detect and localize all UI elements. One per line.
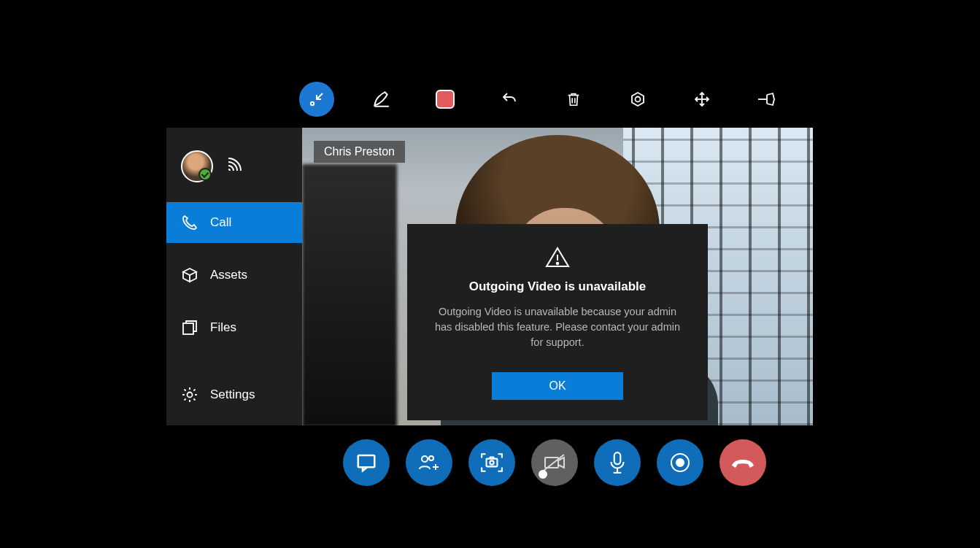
signal-icon[interactable] bbox=[226, 155, 245, 174]
svg-point-3 bbox=[188, 393, 193, 398]
svg-rect-2 bbox=[183, 323, 193, 334]
top-toolbar bbox=[299, 79, 825, 120]
svg-point-7 bbox=[422, 456, 428, 462]
files-icon bbox=[181, 319, 198, 336]
capture-button[interactable] bbox=[468, 439, 515, 486]
svg-point-8 bbox=[429, 456, 433, 460]
sidebar-item-files[interactable]: Files bbox=[166, 307, 302, 348]
svg-point-1 bbox=[636, 97, 641, 102]
ink-button[interactable] bbox=[363, 82, 398, 117]
svg-point-0 bbox=[311, 102, 314, 105]
sidebar-item-settings[interactable]: Settings bbox=[166, 374, 302, 415]
sidebar-item-label: Files bbox=[210, 320, 236, 335]
camera-frame-icon bbox=[480, 452, 503, 474]
sidebar: Call Assets Files bbox=[166, 128, 302, 425]
svg-rect-6 bbox=[358, 455, 375, 467]
dialog-ok-label: OK bbox=[549, 379, 566, 392]
chat-icon bbox=[355, 452, 377, 474]
ink-icon bbox=[371, 90, 390, 109]
svg-rect-11 bbox=[545, 458, 558, 468]
pin-button[interactable] bbox=[749, 82, 784, 117]
gear-icon bbox=[181, 386, 198, 404]
arrow-collapse-icon bbox=[308, 90, 325, 108]
svg-point-10 bbox=[490, 460, 493, 464]
sidebar-item-label: Assets bbox=[210, 268, 247, 282]
undo-button[interactable] bbox=[492, 82, 527, 117]
sidebar-item-call[interactable]: Call bbox=[166, 202, 302, 243]
phone-icon bbox=[181, 214, 198, 231]
pin-icon bbox=[757, 92, 776, 107]
color-swatch-button[interactable] bbox=[428, 82, 463, 117]
focus-button[interactable] bbox=[620, 82, 655, 117]
video-disabled-indicator-icon bbox=[539, 470, 547, 479]
people-add-icon bbox=[417, 452, 441, 474]
app-root: Call Assets Files bbox=[0, 0, 980, 548]
main-area: Call Assets Files bbox=[166, 128, 813, 425]
record-button[interactable] bbox=[657, 439, 703, 486]
dialog-body: Outgoing Video is unavailable because yo… bbox=[429, 304, 686, 350]
dialog-ok-button[interactable]: OK bbox=[492, 372, 623, 400]
sidebar-item-assets[interactable]: Assets bbox=[166, 255, 302, 296]
dialog-title: Outgoing Video is unavailable bbox=[429, 279, 686, 294]
participant-name: Chris Preston bbox=[324, 145, 395, 158]
hangup-icon bbox=[730, 455, 756, 470]
undo-icon bbox=[501, 90, 518, 108]
call-controls bbox=[343, 439, 766, 486]
hexagon-target-icon bbox=[629, 90, 647, 108]
move-icon bbox=[693, 90, 711, 108]
arrow-collapse-button[interactable] bbox=[299, 82, 334, 117]
svg-rect-9 bbox=[487, 459, 498, 467]
sidebar-item-label: Settings bbox=[210, 387, 255, 402]
svg-point-15 bbox=[676, 459, 684, 466]
avatar[interactable] bbox=[181, 150, 210, 180]
hangup-button[interactable] bbox=[719, 439, 766, 486]
chat-button[interactable] bbox=[343, 439, 390, 486]
sidebar-item-label: Call bbox=[210, 215, 231, 230]
svg-point-5 bbox=[557, 263, 559, 265]
video-toggle-button[interactable] bbox=[531, 439, 578, 486]
outgoing-video-unavailable-dialog: Outgoing Video is unavailable Outgoing V… bbox=[407, 224, 708, 420]
trash-icon bbox=[566, 90, 582, 108]
mute-button[interactable] bbox=[594, 439, 641, 486]
remote-video-feed: Chris Preston Outgoing Video is unavaila… bbox=[302, 128, 813, 425]
sidebar-header bbox=[166, 128, 302, 202]
warning-icon bbox=[545, 246, 570, 268]
microphone-icon bbox=[608, 451, 627, 474]
add-participant-button[interactable] bbox=[406, 439, 452, 486]
record-icon bbox=[669, 452, 691, 474]
status-available-icon bbox=[198, 168, 212, 181]
color-swatch-icon bbox=[436, 90, 455, 109]
participant-name-tag: Chris Preston bbox=[314, 141, 405, 163]
video-off-icon bbox=[542, 453, 567, 472]
package-icon bbox=[181, 266, 198, 284]
delete-button[interactable] bbox=[556, 82, 591, 117]
svg-rect-13 bbox=[614, 452, 621, 464]
move-button[interactable] bbox=[684, 82, 719, 117]
